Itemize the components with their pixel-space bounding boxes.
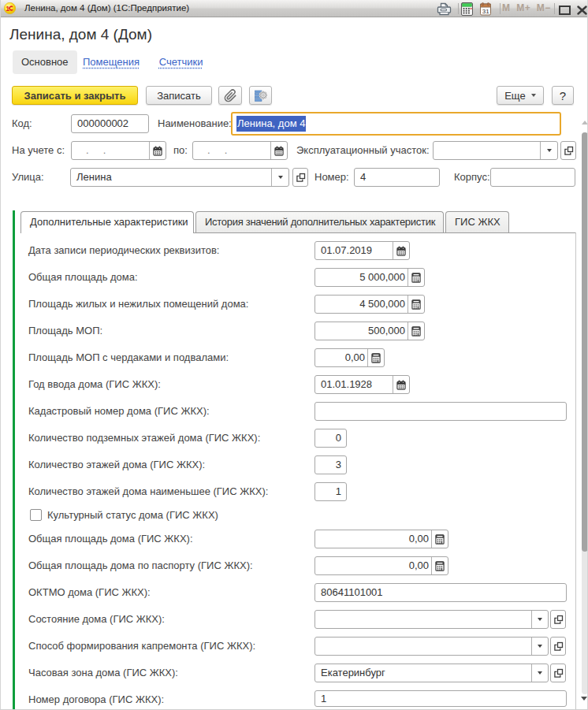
svg-text:31: 31: [482, 8, 489, 15]
